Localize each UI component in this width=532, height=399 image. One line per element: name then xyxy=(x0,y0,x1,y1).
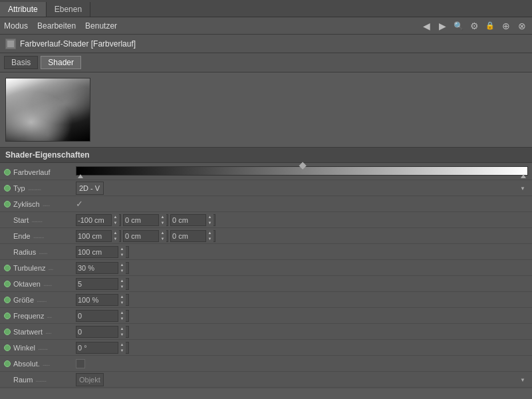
start-z-spinners: ▲ ▼ xyxy=(205,214,213,226)
prop-circle-groesse xyxy=(4,297,11,303)
winkel-up[interactable]: ▲ xyxy=(118,342,126,348)
gradient-diamond[interactable] xyxy=(299,162,307,169)
sub-tab-bar: Basis Shader xyxy=(0,53,532,72)
turbulenz-up[interactable]: ▲ xyxy=(118,262,126,268)
turbulenz-input[interactable] xyxy=(76,264,118,272)
ende-z-input[interactable] xyxy=(171,232,205,240)
oktaven-spinners: ▲ ▼ xyxy=(118,278,126,290)
ende-y-spinners: ▲ ▼ xyxy=(158,230,166,242)
shader-preview xyxy=(5,78,90,142)
oktaven-input[interactable] xyxy=(76,280,118,288)
raum-select[interactable]: Objekt xyxy=(76,373,104,386)
start-x-down[interactable]: ▼ xyxy=(111,220,119,226)
groesse-down[interactable]: ▼ xyxy=(118,300,126,306)
oktaven-down[interactable]: ▼ xyxy=(118,284,126,290)
absolut-checkbox[interactable] xyxy=(76,359,85,368)
tab-ebenen[interactable]: Ebenen xyxy=(47,2,90,17)
raum-select-wrapper[interactable]: Objekt xyxy=(76,373,528,386)
frequenz-down[interactable]: ▼ xyxy=(118,316,126,322)
add-icon[interactable]: ⊕ xyxy=(500,20,512,32)
frequenz-input[interactable] xyxy=(76,312,118,320)
gradient-left-arrow[interactable] xyxy=(78,174,83,178)
prop-label-turbulenz: Turbulenz .... xyxy=(4,264,76,272)
gradient-right-arrow[interactable] xyxy=(521,174,526,178)
prop-typ: Typ ........... 2D - V xyxy=(0,180,532,196)
menu-benutzer[interactable]: Benutzer xyxy=(85,21,117,31)
top-tab-bar: Attribute Ebenen xyxy=(0,0,532,17)
groesse-input[interactable] xyxy=(76,296,118,304)
groesse-spinners: ▲ ▼ xyxy=(118,294,126,306)
prop-start: Start ......... ▲ ▼ ▲ ▼ ▲ xyxy=(0,212,532,228)
winkel-input[interactable] xyxy=(76,344,118,352)
prop-ende: Ende ......... ▲ ▼ ▲ ▼ ▲ xyxy=(0,228,532,244)
ende-x-input[interactable] xyxy=(76,232,111,240)
start-z-up[interactable]: ▲ xyxy=(205,214,213,220)
ende-x-up[interactable]: ▲ xyxy=(111,230,119,236)
prop-startwert: Startwert ..... ▲ ▼ xyxy=(0,324,532,340)
start-z-input[interactable] xyxy=(171,216,205,224)
tab-shader[interactable]: Shader xyxy=(41,56,81,69)
radius-down[interactable]: ▼ xyxy=(118,252,126,258)
menu-bearbeiten[interactable]: Bearbeiten xyxy=(37,21,76,31)
startwert-wrapper: ▲ ▼ xyxy=(76,326,129,338)
zyklisch-checkmark[interactable]: ✓ xyxy=(76,199,83,209)
gear-icon[interactable]: ⚙ xyxy=(468,20,480,32)
prop-label-typ: Typ ........... xyxy=(4,184,76,192)
start-y-input[interactable] xyxy=(124,216,158,224)
winkel-down[interactable]: ▼ xyxy=(118,348,126,354)
ende-x-down[interactable]: ▼ xyxy=(111,236,119,242)
prop-label-winkel: Winkel ........ xyxy=(4,344,76,352)
turbulenz-wrapper: ▲ ▼ xyxy=(76,262,129,274)
startwert-up[interactable]: ▲ xyxy=(118,326,126,332)
svg-rect-1 xyxy=(7,41,14,47)
prop-zyklisch: Zyklisch ...... ✓ xyxy=(0,196,532,212)
back-icon[interactable]: ◀ xyxy=(420,20,432,32)
radius-spinners: ▲ ▼ xyxy=(118,246,126,258)
startwert-input[interactable] xyxy=(76,328,118,336)
startwert-down[interactable]: ▼ xyxy=(118,332,126,338)
tab-basis[interactable]: Basis xyxy=(4,56,38,69)
radius-up[interactable]: ▲ xyxy=(118,246,126,252)
oktaven-wrapper: ▲ ▼ xyxy=(76,278,129,290)
oktaven-up[interactable]: ▲ xyxy=(118,278,126,284)
prop-circle-farbverlauf xyxy=(4,169,11,176)
close-icon[interactable]: ⊗ xyxy=(516,20,528,32)
start-z-down[interactable]: ▼ xyxy=(205,220,213,226)
prop-label-radius: Radius ....... xyxy=(4,248,76,256)
prop-label-start: Start ......... xyxy=(4,216,76,224)
tab-attribute[interactable]: Attribute xyxy=(0,2,47,17)
gradient-bar-inner[interactable] xyxy=(76,166,528,176)
search-icon[interactable]: 🔍 xyxy=(452,20,464,32)
forward-icon[interactable]: ▶ xyxy=(436,20,448,32)
start-x-input[interactable] xyxy=(76,216,111,224)
start-y-spinners: ▲ ▼ xyxy=(158,214,166,226)
prop-circle-typ xyxy=(4,185,11,192)
winkel-spinners: ▲ ▼ xyxy=(118,342,126,354)
start-x-up[interactable]: ▲ xyxy=(111,214,119,220)
start-y-up[interactable]: ▲ xyxy=(158,214,166,220)
frequenz-up[interactable]: ▲ xyxy=(118,310,126,316)
lock-icon[interactable]: 🔒 xyxy=(484,20,496,32)
start-y-down[interactable]: ▼ xyxy=(158,220,166,226)
prop-circle-winkel xyxy=(4,344,11,351)
ende-z-up[interactable]: ▲ xyxy=(205,230,213,236)
prop-circle-zyklisch xyxy=(4,201,11,207)
ende-y-input[interactable] xyxy=(124,232,158,240)
groesse-up[interactable]: ▲ xyxy=(118,294,126,300)
ende-y-up[interactable]: ▲ xyxy=(158,230,166,236)
radius-input[interactable] xyxy=(76,248,118,256)
prop-frequenz: Frequenz .... ▲ ▼ xyxy=(0,308,532,324)
gradient-bar[interactable] xyxy=(76,166,528,178)
start-y-wrapper: ▲ ▼ xyxy=(123,214,168,226)
prop-label-frequenz: Frequenz .... xyxy=(4,312,76,320)
typ-select[interactable]: 2D - V xyxy=(76,182,104,195)
menu-modus[interactable]: Modus xyxy=(4,21,28,31)
ende-z-spinners: ▲ ▼ xyxy=(205,230,213,242)
ende-z-down[interactable]: ▼ xyxy=(205,236,213,242)
prop-label-startwert: Startwert ..... xyxy=(4,328,76,336)
ende-y-down[interactable]: ▼ xyxy=(158,236,166,242)
typ-select-wrapper[interactable]: 2D - V xyxy=(76,182,528,195)
turbulenz-down[interactable]: ▼ xyxy=(118,268,126,274)
ende-x-spinners: ▲ ▼ xyxy=(111,230,119,242)
prop-turbulenz: Turbulenz .... ▲ ▼ xyxy=(0,260,532,276)
